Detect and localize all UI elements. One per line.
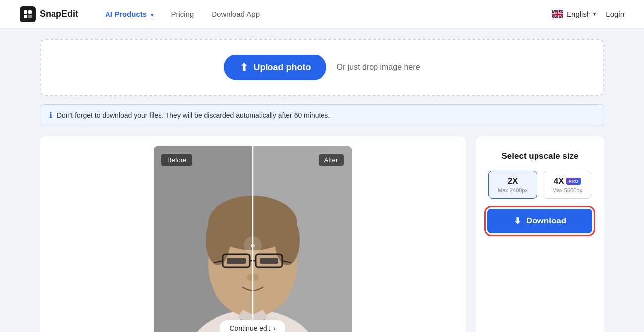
header: SnapEdit AI Products ▾ Pricing Download …: [0, 0, 644, 29]
language-label: English: [566, 10, 590, 18]
svg-rect-15: [260, 258, 278, 264]
svg-point-13: [275, 216, 300, 265]
upscale-2x-max: Max 2400px: [498, 187, 528, 193]
download-icon: ⬇: [514, 216, 521, 226]
svg-rect-2: [24, 15, 27, 18]
continue-edit-button[interactable]: Continue edit ›: [219, 320, 286, 332]
download-button[interactable]: ⬇ Download: [487, 209, 592, 233]
upload-icon: ⬆: [240, 61, 248, 73]
upscale-2x-label: 2X: [498, 176, 528, 186]
nav: AI Products ▾ Pricing Download App: [98, 7, 552, 21]
logo-text: SnapEdit: [40, 9, 78, 19]
header-right: English ▾ Login: [552, 10, 624, 18]
logo[interactable]: SnapEdit: [20, 6, 78, 22]
drop-text: Or just drop image here: [336, 63, 420, 72]
image-comparison-wrapper: Before After ‹ › Continue edit ›: [40, 136, 466, 332]
upscale-4x-max: Max 5600px: [552, 187, 582, 193]
info-text: Don't forget to download your files. The…: [57, 111, 330, 119]
flag-icon: [552, 10, 563, 18]
nav-item-download-app[interactable]: Download App: [205, 7, 267, 21]
continue-edit-chevron-icon: ›: [273, 324, 276, 332]
main-content: ⬆ Upload photo Or just drop image here ℹ…: [0, 29, 644, 332]
content-row: Before After ‹ › Continue edit › Select …: [40, 136, 604, 332]
after-label: After: [319, 154, 344, 166]
chevron-down-icon: ▾: [151, 12, 153, 18]
logo-icon: [20, 6, 36, 22]
info-icon: ℹ: [49, 111, 52, 120]
upscale-4x-label: 4X PRO: [552, 176, 582, 186]
lang-chevron-icon: ▾: [593, 11, 596, 17]
upscale-title: Select upscale size: [502, 151, 579, 161]
info-banner: ℹ Don't forget to download your files. T…: [40, 104, 604, 126]
upscale-option-2x[interactable]: 2X Max 2400px: [488, 171, 537, 199]
svg-rect-14: [227, 258, 246, 264]
login-button[interactable]: Login: [606, 10, 624, 18]
upscale-options: 2X Max 2400px 4X PRO Max 5600px: [488, 171, 591, 199]
upscale-option-4x[interactable]: 4X PRO Max 5600px: [543, 171, 591, 199]
comparison-container: Before After ‹ › Continue edit ›: [154, 146, 352, 332]
nav-item-pricing[interactable]: Pricing: [164, 7, 201, 21]
upload-photo-button[interactable]: ⬆ Upload photo: [224, 55, 326, 80]
svg-rect-1: [28, 10, 32, 14]
svg-rect-3: [28, 15, 32, 18]
before-label: Before: [161, 154, 192, 166]
svg-point-12: [206, 216, 230, 265]
divider-handle[interactable]: ‹ ›: [244, 236, 262, 254]
pro-badge: PRO: [566, 178, 581, 185]
nav-item-ai-products[interactable]: AI Products ▾: [98, 7, 160, 21]
sidebar: Select upscale size 2X Max 2400px 4X PRO…: [476, 136, 604, 332]
svg-rect-0: [24, 10, 27, 14]
language-selector[interactable]: English ▾: [552, 10, 596, 18]
arrow-right-icon: ›: [253, 241, 255, 249]
upload-section: ⬆ Upload photo Or just drop image here: [40, 39, 604, 96]
